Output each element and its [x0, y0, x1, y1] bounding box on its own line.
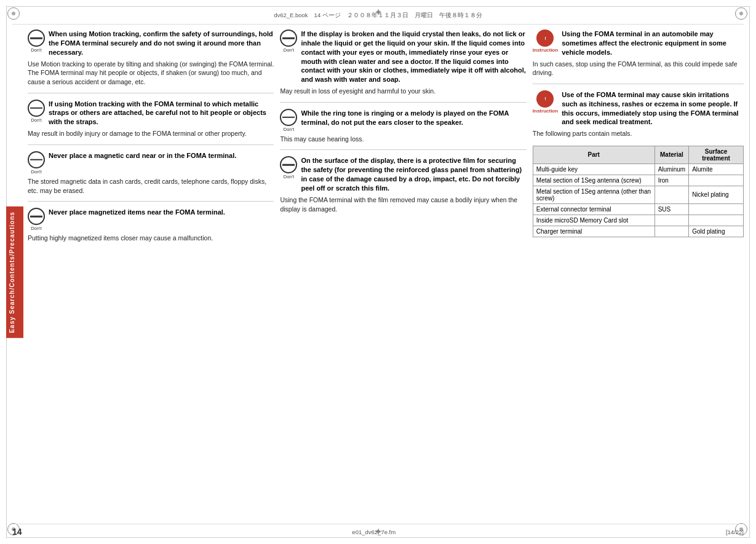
table-cell-part: Charger terminal [533, 226, 655, 237]
warning-header-8: ! Instruction Using the FOMA terminal in… [533, 30, 744, 57]
table-row: External connector terminalSUS [533, 203, 743, 215]
footer-page-ref: [14/22] [726, 529, 744, 535]
table-cell-material [655, 226, 688, 237]
main-content: Don't When using Motion tracking, confir… [28, 30, 744, 516]
col-left: Don't When using Motion tracking, confir… [28, 30, 274, 516]
header-text: dv62_E.book 14 ページ ２００８年１１月３日 月曜日 午後８時１８… [274, 12, 482, 20]
dont-icon-wrap-1: Don't [28, 30, 45, 53]
table-header-surface: Surface treatment [689, 146, 744, 164]
dont-icon-5 [280, 30, 297, 47]
page-header: dv62_E.book 14 ページ ２００８年１１月３日 月曜日 午後８時１８… [12, 7, 744, 25]
warning-body-4: Putting highly magnetized items closer m… [28, 234, 274, 243]
warning-block-2: Don't If using Motion tracking with the … [28, 100, 274, 138]
warning-header-5: Don't If the display is broken and the l… [280, 30, 526, 84]
warning-title-9: Use of the FOMA terminal may cause skin … [562, 90, 744, 127]
warning-body-8: In such cases, stop using the FOMA termi… [533, 60, 744, 77]
dont-label-1: Don't [31, 47, 41, 53]
divider-8 [533, 84, 744, 84]
warning-title-3: Never place a magnetic card near or in t… [49, 151, 236, 160]
instruction-icon-9: ! [536, 90, 554, 108]
warning-title-1: When using Motion tracking, confirm the … [49, 30, 274, 57]
table-cell-part: Metal section of 1Seg antenna (other tha… [533, 186, 655, 203]
table-cell-part: External connector terminal [533, 203, 655, 215]
table-cell-material [655, 186, 688, 203]
warning-block-3: Don't Never place a magnetic card near o… [28, 151, 274, 195]
side-tab: Easy Search/Contents/Precautions [6, 207, 23, 338]
warning-header-6: Don't While the ring tone is ringing or … [280, 109, 526, 132]
warning-title-4: Never place magnetized items near the FO… [49, 208, 225, 217]
dont-icon-wrap-7: Don't [280, 156, 297, 179]
table-row: Inside microSD Memory Card slot [533, 215, 743, 226]
table-cell-material: Iron [655, 175, 688, 186]
table-cell-part: Metal section of 1Seg antenna (screw) [533, 175, 655, 186]
table-row: Metal section of 1Seg antenna (screw)Iro… [533, 175, 743, 186]
warning-body-2: May result in bodily injury or damage to… [28, 129, 274, 138]
warning-header-3: Don't Never place a magnetic card near o… [28, 151, 274, 175]
warning-body-3: The stored magnetic data in cash cards, … [28, 177, 274, 195]
warning-block-7: Don't On the surface of the display, the… [280, 156, 526, 213]
table-cell-surface: Alumite [689, 164, 744, 175]
warning-body-7: Using the FOMA terminal with the film re… [280, 195, 526, 213]
warning-block-9: ! Instruction Use of the FOMA terminal m… [533, 90, 744, 138]
instruction-icon-wrap-8: ! Instruction [533, 30, 558, 53]
warning-block-1: Don't When using Motion tracking, confir… [28, 30, 274, 87]
dont-icon-4 [28, 208, 45, 225]
dont-icon-7 [280, 156, 297, 173]
warning-title-5: If the display is broken and the liquid … [301, 30, 526, 84]
dont-label-5: Don't [284, 47, 294, 53]
instruction-icon-8: ! [536, 30, 554, 47]
page-number: 14 [12, 527, 22, 537]
warning-body-5: May result in loss of eyesight and harmf… [280, 87, 526, 96]
dont-label-2: Don't [31, 117, 41, 123]
table-row: Charger terminalGold plating [533, 226, 743, 237]
col-mid: Don't If the display is broken and the l… [280, 30, 526, 516]
warning-block-8: ! Instruction Using the FOMA terminal in… [533, 30, 744, 77]
dont-icon-wrap-6: Don't [280, 109, 297, 132]
table-cell-surface [689, 215, 744, 226]
dont-icon-3 [28, 151, 45, 168]
table-cell-surface [689, 175, 744, 186]
dont-label-6: Don't [284, 127, 294, 132]
table-row: Metal section of 1Seg antenna (other tha… [533, 186, 743, 203]
table-header-part: Part [533, 146, 655, 164]
parts-table: Part Material Surface treatment Multi-gu… [533, 146, 744, 237]
dont-label-3: Don't [31, 169, 41, 175]
dont-icon-1 [28, 30, 45, 47]
dont-icon-wrap-3: Don't [28, 151, 45, 175]
dont-icon-wrap-5: Don't [280, 30, 297, 53]
table-cell-surface: Gold plating [689, 226, 744, 237]
col-right: ! Instruction Using the FOMA terminal in… [533, 30, 744, 516]
divider-6 [280, 149, 526, 150]
dont-icon-2 [28, 100, 45, 117]
warning-header-4: Don't Never place magnetized items near … [28, 208, 274, 231]
dont-label-4: Don't [31, 226, 41, 231]
dont-icon-wrap-4: Don't [28, 208, 45, 231]
instruction-icon-wrap-9: ! Instruction [533, 90, 558, 114]
table-cell-surface [689, 203, 744, 215]
dont-icon-6 [280, 109, 297, 126]
table-cell-surface: Nickel plating [689, 186, 744, 203]
warning-header-1: Don't When using Motion tracking, confir… [28, 30, 274, 57]
table-row: Multi-guide keyAluminumAlumite [533, 164, 743, 175]
warning-block-5: Don't If the display is broken and the l… [280, 30, 526, 96]
divider-5 [280, 102, 526, 103]
table-cell-part: Multi-guide key [533, 164, 655, 175]
footer-filename: e01_dv62_7e.fm [352, 529, 396, 535]
warning-title-2: If using Motion tracking with the FOMA t… [49, 100, 274, 127]
table-header-material: Material [655, 146, 688, 164]
dont-icon-wrap-2: Don't [28, 100, 45, 123]
warning-header-7: Don't On the surface of the display, the… [280, 156, 526, 192]
divider-3 [28, 201, 274, 202]
table-cell-material: Aluminum [655, 164, 688, 175]
page-footer: 14 e01_dv62_7e.fm [14/22] [12, 524, 744, 537]
instruction-label-9: Instruction [533, 108, 558, 114]
warning-block-4: Don't Never place magnetized items near … [28, 208, 274, 243]
warning-body-6: This may cause hearing loss. [280, 135, 526, 144]
warning-title-6: While the ring tone is ringing or a melo… [301, 109, 526, 127]
warning-body-9: The following parts contain metals. [533, 129, 744, 138]
table-cell-material: SUS [655, 203, 688, 215]
warning-header-2: Don't If using Motion tracking with the … [28, 100, 274, 127]
table-cell-part: Inside microSD Memory Card slot [533, 215, 655, 226]
warning-title-7: On the surface of the display, there is … [301, 156, 526, 192]
warning-body-1: Use Motion tracking to operate by tiltin… [28, 60, 274, 87]
